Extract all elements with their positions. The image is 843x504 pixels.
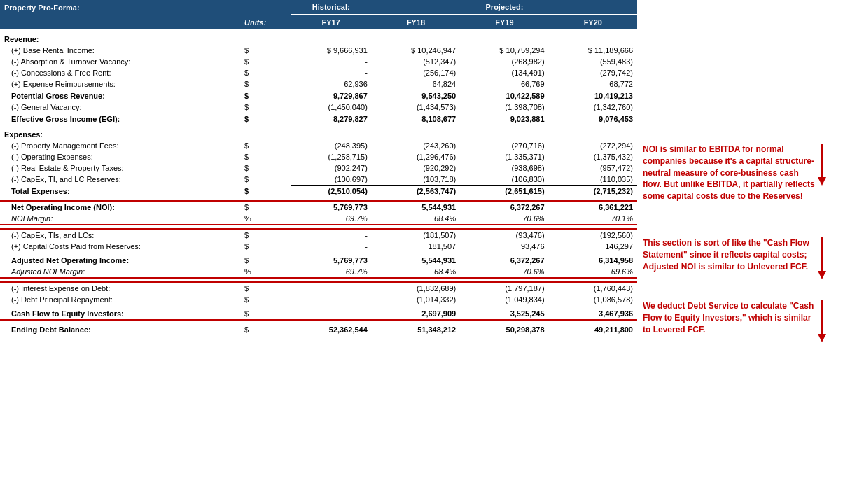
units-col: Units: (240, 15, 291, 29)
capex-tls-row: (-) CapEx, TIs, and LCs: $ - (181,507) (… (0, 229, 637, 241)
egi-row: Effective Gross Income (EGI): $ 8,279,82… (0, 113, 637, 125)
absorption-label: (-) Absorption & Turnover Vacancy: (0, 56, 240, 67)
projected-header: Projected: (372, 0, 637, 15)
property-mgmt-row: (-) Property Management Fees: $ (248,395… (0, 140, 637, 151)
total-expenses-row: Total Expenses: $ (2,510,054) (2,563,747… (0, 186, 637, 197)
expenses-header: Expenses: (0, 129, 637, 140)
expense-reimb-row: (+) Expense Reimbursements: $ 62,936 64,… (0, 78, 637, 90)
real-estate-row: (-) Real Estate & Property Taxes: $ (902… (0, 162, 637, 174)
red-arrow-3-icon (818, 300, 837, 342)
absorption-row: (-) Absorption & Turnover Vacancy: $ - (… (0, 56, 637, 67)
base-rental-label: (+) Base Rental Income: (0, 45, 240, 56)
base-rental-row: (+) Base Rental Income: $ $ 9,666,931 $ … (0, 45, 637, 56)
svg-marker-3 (818, 271, 826, 279)
capex-reserves-row: (-) CapEx, TI, and LC Reserves: $ (100,6… (0, 174, 637, 186)
main-container: Property Pro-Forma: Historical: Projecte… (0, 0, 843, 349)
fy18-header: FY18 (372, 15, 460, 29)
table-section: Property Pro-Forma: Historical: Projecte… (0, 0, 637, 349)
annotation-3-block: We deduct Debt Service to calculate "Cas… (643, 300, 837, 342)
base-rental-fy17: $ 9,666,931 (291, 45, 372, 56)
operating-exp-row: (-) Operating Expenses: $ (1,258,715) (1… (0, 151, 637, 162)
annotation-section: NOI is similar to EBITDA for normal comp… (637, 0, 843, 349)
debt-principal-row: (-) Debt Principal Repayment: $ (1,014,3… (0, 294, 637, 305)
cfe-row: Cash Flow to Equity Investors: $ 2,697,9… (0, 308, 637, 320)
expenses-header-row: Expenses: (0, 129, 637, 140)
potential-gross-row: Potential Gross Revenue: $ 9,729,867 9,5… (0, 90, 637, 102)
fy17-header: FY17 (291, 15, 372, 29)
property-proforma-title: Property Pro-Forma: (0, 0, 291, 15)
annotation-1-text: NOI is similar to EBITDA for normal comp… (643, 144, 815, 202)
base-rental-fy18: $ 10,246,947 (372, 45, 460, 56)
adj-noi-row: Adjusted Net Operating Income: $ 5,769,7… (0, 255, 637, 266)
red-arrow-1-icon (818, 144, 837, 186)
annotation-2-block: This section is sort of like the "Cash F… (643, 237, 837, 279)
historical-header: Historical: (291, 0, 372, 15)
annotation-1-block: NOI is similar to EBITDA for normal comp… (643, 144, 837, 202)
base-rental-unit: $ (240, 45, 291, 56)
annotation-3-text: We deduct Debt Service to calculate "Cas… (643, 300, 815, 335)
header-row-2: Units: FY17 FY18 FY19 FY20 (0, 15, 637, 29)
header-row-1: Property Pro-Forma: Historical: Projecte… (0, 0, 637, 15)
interest-exp-row: (-) Interest Expense on Debt: $ (1,832,6… (0, 282, 637, 294)
noi-row: Net Operating Income (NOI): $ 5,769,773 … (0, 201, 637, 213)
noi-margin-row: NOI Margin: % 69.7% 68.4% 70.6% 70.1% (0, 213, 637, 225)
revenue-header-row: Revenue: (0, 34, 637, 45)
annotation-2-text: This section is sort of like the "Cash F… (643, 237, 815, 272)
fy20-header: FY20 (549, 15, 637, 29)
fy19-header: FY19 (460, 15, 548, 29)
base-rental-fy19: $ 10,759,294 (460, 45, 548, 56)
adj-noi-margin-row: Adjusted NOI Margin: % 69.7% 68.4% 70.6%… (0, 266, 637, 278)
svg-marker-1 (818, 177, 826, 186)
concessions-row: (-) Concessions & Free Rent: $ - (256,17… (0, 67, 637, 78)
pro-forma-table: Property Pro-Forma: Historical: Projecte… (0, 0, 637, 335)
svg-marker-5 (818, 334, 826, 342)
capital-costs-row: (+) Capital Costs Paid from Reserves: $ … (0, 241, 637, 252)
ending-debt-row: Ending Debt Balance: $ 52,362,544 51,348… (0, 324, 637, 335)
property-label-col (0, 15, 240, 29)
general-vacancy-row: (-) General Vacancy: $ (1,450,040) (1,43… (0, 102, 637, 113)
red-arrow-2-icon (818, 237, 837, 279)
base-rental-fy20: $ 11,189,666 (549, 45, 637, 56)
revenue-header: Revenue: (0, 34, 637, 45)
